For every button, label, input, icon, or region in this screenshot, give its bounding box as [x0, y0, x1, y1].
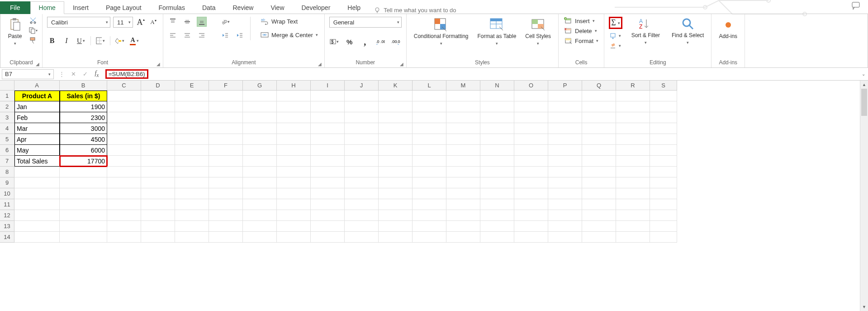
col-header-H[interactable]: H	[277, 81, 311, 91]
cell-O14[interactable]	[514, 232, 548, 243]
cell-O13[interactable]	[514, 221, 548, 232]
col-header-N[interactable]: N	[480, 81, 514, 91]
format-as-table-button[interactable]: Format as Table▾	[475, 17, 519, 47]
decrease-decimal-button[interactable]: .00.0	[391, 37, 401, 47]
cell-E5[interactable]	[175, 134, 209, 145]
cell-D3[interactable]	[141, 112, 175, 123]
addins-button[interactable]: Add-ins	[716, 17, 740, 41]
cell-S14[interactable]	[650, 232, 677, 243]
cell-K9[interactable]	[379, 177, 413, 188]
tellme-search[interactable]	[374, 6, 488, 14]
cell-D2[interactable]	[141, 101, 175, 112]
cell-C5[interactable]	[107, 134, 141, 145]
cell-I11[interactable]	[311, 199, 345, 210]
cell-K12[interactable]	[379, 210, 413, 221]
cell-H5[interactable]	[277, 134, 311, 145]
col-header-B[interactable]: B	[60, 81, 107, 91]
decrease-indent-button[interactable]	[220, 30, 230, 40]
cell-O7[interactable]	[514, 156, 548, 167]
cell-B7[interactable]: 17700	[60, 156, 107, 167]
col-header-L[interactable]: L	[413, 81, 446, 91]
cell-G10[interactable]	[243, 188, 277, 199]
cell-H2[interactable]	[277, 101, 311, 112]
cell-N14[interactable]	[480, 232, 514, 243]
cell-C4[interactable]	[107, 123, 141, 134]
cell-L2[interactable]	[413, 101, 446, 112]
cells-area[interactable]: Product ASales (in $)Jan1900Feb2300Mar30…	[14, 91, 677, 243]
cell-F13[interactable]	[209, 221, 243, 232]
cell-G9[interactable]	[243, 177, 277, 188]
increase-indent-button[interactable]	[235, 30, 245, 40]
cell-E12[interactable]	[175, 210, 209, 221]
cell-R7[interactable]	[616, 156, 650, 167]
cell-R1[interactable]	[616, 91, 650, 101]
cell-D9[interactable]	[141, 177, 175, 188]
cell-D10[interactable]	[141, 188, 175, 199]
number-dialog-launcher[interactable]: ◢	[400, 62, 403, 67]
comments-icon[interactable]	[852, 2, 861, 10]
cell-M5[interactable]	[446, 134, 480, 145]
cell-P11[interactable]	[548, 199, 582, 210]
cell-S13[interactable]	[650, 221, 677, 232]
cell-H8[interactable]	[277, 167, 311, 177]
cell-S6[interactable]	[650, 145, 677, 156]
cell-S11[interactable]	[650, 199, 677, 210]
cell-A5[interactable]: Apr	[14, 134, 60, 145]
fill-color-button[interactable]: ▾	[115, 36, 125, 46]
cell-C8[interactable]	[107, 167, 141, 177]
cell-H7[interactable]	[277, 156, 311, 167]
cell-R3[interactable]	[616, 112, 650, 123]
row-header-9[interactable]: 9	[0, 177, 14, 188]
cell-N11[interactable]	[480, 199, 514, 210]
cell-S12[interactable]	[650, 210, 677, 221]
cell-I3[interactable]	[311, 112, 345, 123]
cell-P4[interactable]	[548, 123, 582, 134]
cell-M9[interactable]	[446, 177, 480, 188]
cell-O8[interactable]	[514, 167, 548, 177]
cell-H11[interactable]	[277, 199, 311, 210]
fill-button[interactable]: ▾	[609, 33, 622, 39]
cell-G3[interactable]	[243, 112, 277, 123]
tab-review[interactable]: Review	[224, 1, 262, 14]
cell-F9[interactable]	[209, 177, 243, 188]
cut-button[interactable]	[28, 17, 38, 24]
cell-J9[interactable]	[345, 177, 379, 188]
cell-J3[interactable]	[345, 112, 379, 123]
select-all-corner[interactable]	[0, 81, 14, 91]
cell-M14[interactable]	[446, 232, 480, 243]
cell-styles-button[interactable]: Cell Styles▾	[522, 17, 554, 47]
cell-E2[interactable]	[175, 101, 209, 112]
cell-B5[interactable]: 4500	[60, 134, 107, 145]
cell-H6[interactable]	[277, 145, 311, 156]
cell-M6[interactable]	[446, 145, 480, 156]
cell-N9[interactable]	[480, 177, 514, 188]
cell-J6[interactable]	[345, 145, 379, 156]
cell-O6[interactable]	[514, 145, 548, 156]
font-color-button[interactable]: A▾	[129, 36, 139, 46]
cell-S5[interactable]	[650, 134, 677, 145]
cell-Q4[interactable]	[582, 123, 616, 134]
row-header-4[interactable]: 4	[0, 123, 14, 134]
cell-F3[interactable]	[209, 112, 243, 123]
vertical-scrollbar[interactable]: ▲ ▼	[860, 81, 868, 311]
cell-A7[interactable]: Total Sales	[14, 156, 60, 167]
col-header-M[interactable]: M	[446, 81, 480, 91]
cell-N5[interactable]	[480, 134, 514, 145]
increase-font-button[interactable]: A▴	[136, 17, 146, 27]
cell-K4[interactable]	[379, 123, 413, 134]
format-painter-button[interactable]	[28, 37, 38, 44]
cell-F14[interactable]	[209, 232, 243, 243]
number-format-combo[interactable]: General▾	[329, 17, 402, 28]
cell-S7[interactable]	[650, 156, 677, 167]
cell-B14[interactable]	[60, 232, 107, 243]
cell-S10[interactable]	[650, 188, 677, 199]
cell-Q2[interactable]	[582, 101, 616, 112]
cell-O9[interactable]	[514, 177, 548, 188]
cell-F11[interactable]	[209, 199, 243, 210]
merge-center-button[interactable]: Merge & Center▾	[259, 30, 320, 39]
cell-J4[interactable]	[345, 123, 379, 134]
cell-I6[interactable]	[311, 145, 345, 156]
cell-E8[interactable]	[175, 167, 209, 177]
cell-Q6[interactable]	[582, 145, 616, 156]
cell-C3[interactable]	[107, 112, 141, 123]
